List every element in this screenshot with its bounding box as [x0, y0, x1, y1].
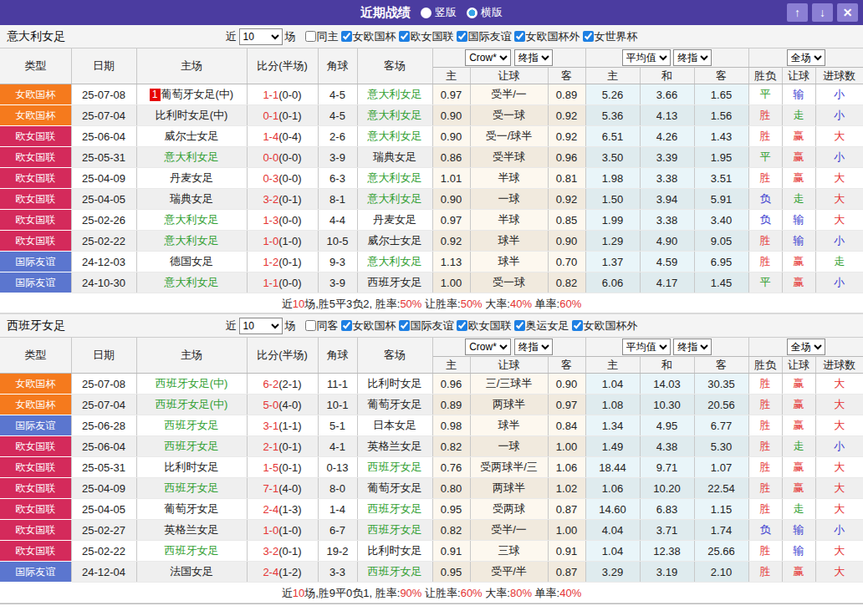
odds-time-select[interactable]: 终指 [514, 49, 553, 66]
avg-time-select[interactable]: 终指 [673, 339, 712, 355]
move-up-button[interactable]: ↑ [787, 3, 808, 22]
league-badge: 欧女国联 [0, 210, 71, 231]
checkbox-input[interactable] [572, 320, 583, 331]
handicap: 三球 [470, 541, 548, 562]
summary-line: 近10场,胜9平0负1, 胜率:90% 让胜率:60% 大率:80% 单率:40… [0, 583, 863, 603]
match-row: 欧女国联25-02-26意大利女足1-3(0-0)4-4丹麦女足0.97半球0.… [0, 210, 863, 231]
match-row: 欧女国联25-02-27英格兰女足1-0(1-0)6-7西班牙女足0.82受半/… [0, 520, 863, 541]
match-date: 25-07-04 [71, 105, 136, 126]
layout-option-horizontal[interactable]: 横版 [467, 5, 503, 20]
col-handicap: 让球 [470, 68, 548, 84]
section-spain-women: 西班牙女足 近 10 场 同客女欧国杯国际友谊欧女国联奥运女足女欧国杯外 类型 [0, 314, 863, 603]
checkbox-input[interactable] [457, 320, 467, 331]
league-badge: 欧女国联 [0, 147, 71, 168]
match-row: 国际友谊24-12-03德国女足1-2(0-1)9-3意大利女足1.13球半0.… [0, 252, 863, 272]
checkbox-input[interactable] [305, 31, 316, 42]
checkbox-input[interactable] [341, 31, 352, 42]
result-wdl: 胜 [748, 499, 782, 520]
result-handicap: 输 [782, 520, 815, 541]
match-row: 女欧国杯25-07-04比利时女足(中)0-1(0-1)4-5意大利女足0.90… [0, 105, 863, 126]
handicap: 受一球 [470, 105, 548, 126]
layout-option-vertical[interactable]: 竖版 [421, 5, 457, 20]
result-wdl: 胜 [748, 415, 782, 436]
match-row: 欧女国联25-02-22西班牙女足3-2(0-1)19-2比利时女足0.91三球… [0, 541, 863, 562]
filter-checkboxes: 同主女欧国杯欧女国联国际友谊女欧国杯外女世界杯 [299, 29, 638, 44]
result-goals: 大 [815, 168, 863, 189]
recent-count-select[interactable]: 10 [239, 318, 283, 334]
checkbox-input[interactable] [514, 31, 525, 42]
corner-score: 3-9 [318, 272, 357, 293]
filter-checkbox[interactable]: 欧女国联 [399, 29, 454, 44]
match-date: 25-05-31 [71, 147, 136, 168]
home-team: 西班牙女足(中) [136, 395, 247, 415]
odds-source-select[interactable]: Crow* [465, 49, 511, 66]
odds-source-select[interactable]: Crow* [465, 339, 511, 355]
result-group-header: 全场 [748, 338, 863, 357]
odds-home: 0.95 [432, 499, 470, 520]
avg-source-select[interactable]: 平均值 [622, 49, 671, 66]
score: 2-4(1-3) [247, 499, 318, 520]
col-score: 比分(半场) [247, 338, 318, 374]
col-home: 主场 [136, 48, 247, 84]
scope-select[interactable]: 全场 [787, 49, 825, 66]
checkbox-input[interactable] [341, 320, 352, 331]
corner-score: 3-9 [318, 147, 357, 168]
radio-vertical-icon[interactable] [421, 8, 432, 18]
result-goals: 大 [815, 499, 863, 520]
result-goals: 大 [815, 457, 863, 478]
result-goals: 小 [815, 520, 863, 541]
recent-count-select[interactable]: 10 [239, 28, 283, 45]
avg-home: 1.08 [585, 395, 640, 415]
filter-checkbox[interactable]: 女欧国杯外 [572, 318, 638, 333]
filter-checkbox[interactable]: 女世界杯 [583, 29, 638, 44]
col-away: 客场 [357, 48, 432, 84]
filter-checkbox[interactable]: 国际友谊 [399, 318, 454, 333]
odds-away: 0.87 [548, 562, 585, 583]
checkbox-input[interactable] [514, 320, 525, 331]
avg-home: 3.29 [585, 562, 640, 583]
corner-score: 8-0 [318, 478, 357, 499]
col-odds-away: 客 [548, 68, 585, 84]
match-date: 25-06-04 [71, 126, 136, 147]
col-type: 类型 [0, 338, 71, 374]
score: 3-2(0-1) [247, 541, 318, 562]
match-date: 25-07-08 [71, 84, 136, 105]
recent-label-suffix: 场 [285, 29, 296, 44]
result-goals: 大 [815, 189, 863, 210]
filter-checkbox[interactable]: 同主 [305, 29, 339, 44]
checkbox-label: 女世界杯 [595, 29, 638, 44]
avg-draw: 4.38 [640, 436, 694, 457]
odds-time-select[interactable]: 终指 [514, 339, 553, 355]
filter-checkbox[interactable]: 女欧国杯 [341, 29, 396, 44]
away-team: 葡萄牙女足 [357, 478, 432, 499]
checkbox-input[interactable] [305, 320, 316, 331]
checkbox-input[interactable] [399, 31, 410, 42]
result-goals: 小 [815, 436, 863, 457]
filter-checkbox[interactable]: 国际友谊 [457, 29, 512, 44]
checkbox-input[interactable] [399, 320, 410, 331]
odds-home: 0.76 [432, 457, 470, 478]
odds-away: 0.96 [548, 147, 585, 168]
score: 1-5(0-1) [247, 457, 318, 478]
match-row: 欧女国联25-04-05葡萄牙女足2-4(1-3)1-4西班牙女足0.95受两球… [0, 499, 863, 520]
filter-checkbox[interactable]: 同客 [305, 318, 339, 333]
avg-source-select[interactable]: 平均值 [622, 339, 671, 355]
filter-checkbox[interactable]: 女欧国杯外 [514, 29, 580, 44]
checkbox-input[interactable] [583, 31, 594, 42]
checkbox-input[interactable] [457, 31, 467, 42]
filter-checkbox[interactable]: 奥运女足 [514, 318, 569, 333]
move-down-button[interactable]: ↓ [812, 3, 833, 22]
col-score: 比分(半场) [247, 48, 318, 84]
scope-select[interactable]: 全场 [787, 339, 825, 355]
avg-time-select[interactable]: 终指 [673, 49, 712, 66]
radio-horizontal-icon[interactable] [467, 8, 477, 18]
checkbox-label: 同客 [317, 318, 339, 333]
avg-home: 1.99 [585, 210, 640, 231]
result-handicap: 赢 [782, 478, 815, 499]
result-goals: 小 [815, 272, 863, 293]
league-badge: 女欧国杯 [0, 84, 71, 105]
close-button[interactable]: ✕ [837, 3, 858, 22]
corner-score: 8-1 [318, 189, 357, 210]
filter-checkbox[interactable]: 女欧国杯 [341, 318, 396, 333]
filter-checkbox[interactable]: 欧女国联 [457, 318, 512, 333]
